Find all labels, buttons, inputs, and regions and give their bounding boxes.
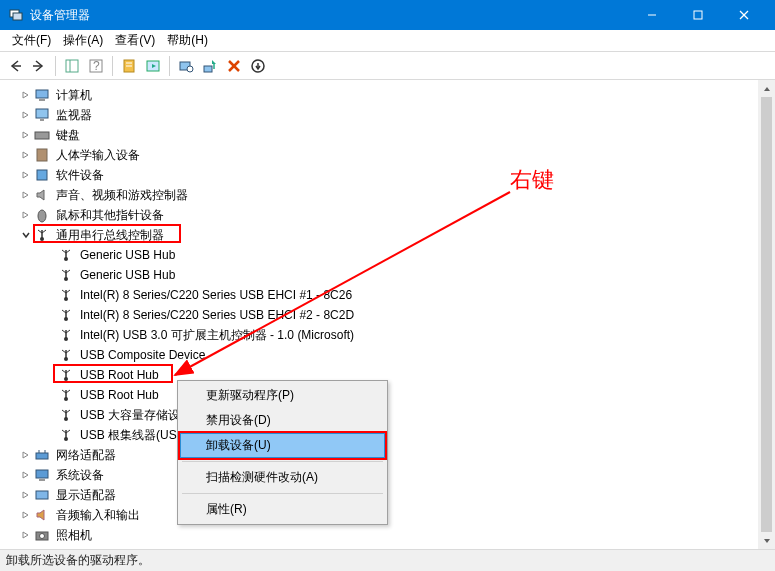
- tree-item-usb-child[interactable]: USB Composite Device: [4, 345, 775, 365]
- context-uninstall-device[interactable]: 卸载设备(U): [180, 433, 385, 458]
- tree-label: USB Composite Device: [80, 348, 205, 362]
- menu-action[interactable]: 操作(A): [57, 30, 109, 51]
- chevron-right-icon[interactable]: [20, 171, 32, 179]
- tree-label: 照相机: [56, 527, 92, 544]
- svg-rect-77: [39, 479, 45, 481]
- scroll-down-button[interactable]: [758, 532, 775, 549]
- context-properties[interactable]: 属性(R): [180, 497, 385, 522]
- tree-item-keyboard[interactable]: 键盘: [4, 125, 775, 145]
- maximize-button[interactable]: [675, 0, 721, 30]
- svg-point-15: [187, 66, 193, 72]
- menu-bar: 文件(F) 操作(A) 查看(V) 帮助(H): [0, 30, 775, 52]
- tree-item-monitors[interactable]: 监视器: [4, 105, 775, 125]
- tree-label: 鼠标和其他指针设备: [56, 207, 164, 224]
- tree-label: 计算机: [56, 87, 92, 104]
- tree-item-network[interactable]: 网络适配器: [4, 445, 775, 465]
- camera-icon: [34, 527, 50, 543]
- properties-button[interactable]: [118, 55, 140, 77]
- context-disable-device[interactable]: 禁用设备(D): [180, 408, 385, 433]
- chevron-right-icon[interactable]: [20, 191, 32, 199]
- tree-item-usb-child[interactable]: Generic USB Hub: [4, 245, 775, 265]
- scroll-thumb[interactable]: [761, 97, 772, 532]
- tree-item-computers[interactable]: 计算机: [4, 85, 775, 105]
- scroll-up-button[interactable]: [758, 80, 775, 97]
- menu-separator: [182, 461, 383, 462]
- tree-item-usb-controllers[interactable]: 通用串行总线控制器: [4, 225, 775, 245]
- tree-item-usb-child[interactable]: Intel(R) 8 Series/C220 Series USB EHCI #…: [4, 285, 775, 305]
- svg-rect-16: [204, 66, 212, 72]
- tree-item-usb-child[interactable]: USB Root Hub: [4, 385, 775, 405]
- update-driver-button[interactable]: [199, 55, 221, 77]
- chevron-right-icon[interactable]: [20, 511, 32, 519]
- vertical-scrollbar[interactable]: [758, 80, 775, 549]
- chevron-right-icon[interactable]: [20, 131, 32, 139]
- svg-text:?: ?: [93, 59, 100, 73]
- svg-rect-73: [36, 453, 48, 459]
- show-hide-tree-button[interactable]: [61, 55, 83, 77]
- separator: [169, 56, 170, 76]
- menu-view[interactable]: 查看(V): [109, 30, 161, 51]
- display-adapter-icon: [34, 487, 50, 503]
- action-button[interactable]: [142, 55, 164, 77]
- tree-item-software[interactable]: 软件设备: [4, 165, 775, 185]
- usb-icon: [58, 267, 74, 283]
- tree-label: 通用串行总线控制器: [56, 227, 164, 244]
- keyboard-icon: [34, 127, 50, 143]
- close-button[interactable]: [721, 0, 767, 30]
- chevron-down-icon[interactable]: [20, 231, 32, 239]
- usb-icon: [58, 307, 74, 323]
- title-bar: 设备管理器: [0, 0, 775, 30]
- svg-rect-21: [36, 90, 48, 98]
- usb-icon: [58, 407, 74, 423]
- disable-button[interactable]: [247, 55, 269, 77]
- menu-help[interactable]: 帮助(H): [161, 30, 214, 51]
- tree-item-usb-child[interactable]: Generic USB Hub: [4, 265, 775, 285]
- usb-icon: [58, 427, 74, 443]
- chevron-right-icon[interactable]: [20, 491, 32, 499]
- usb-icon: [58, 327, 74, 343]
- help-button[interactable]: ?: [85, 55, 107, 77]
- window-title: 设备管理器: [30, 7, 629, 24]
- svg-rect-27: [37, 170, 47, 180]
- usb-icon: [58, 247, 74, 263]
- tree-label: 监视器: [56, 107, 92, 124]
- tree-label: USB Root Hub: [80, 368, 159, 382]
- back-button[interactable]: [4, 55, 26, 77]
- svg-point-28: [38, 210, 46, 222]
- context-update-driver[interactable]: 更新驱动程序(P): [180, 383, 385, 408]
- tree-item-display[interactable]: 显示适配器: [4, 485, 775, 505]
- separator: [112, 56, 113, 76]
- tree-item-usb-child[interactable]: USB 大容量存储设备: [4, 405, 775, 425]
- tree-item-system[interactable]: 系统设备: [4, 465, 775, 485]
- context-menu: 更新驱动程序(P) 禁用设备(D) 卸载设备(U) 扫描检测硬件改动(A) 属性…: [177, 380, 388, 525]
- tree-item-audio-io[interactable]: 音频输入和输出: [4, 505, 775, 525]
- scan-hardware-button[interactable]: [175, 55, 197, 77]
- tree-item-sound[interactable]: 声音、视频和游戏控制器: [4, 185, 775, 205]
- minimize-button[interactable]: [629, 0, 675, 30]
- forward-button[interactable]: [28, 55, 50, 77]
- tree-item-usb-child[interactable]: Intel(R) 8 Series/C220 Series USB EHCI #…: [4, 305, 775, 325]
- chevron-right-icon[interactable]: [20, 151, 32, 159]
- uninstall-button[interactable]: [223, 55, 245, 77]
- menu-file[interactable]: 文件(F): [6, 30, 57, 51]
- annotation-label: 右键: [510, 165, 554, 195]
- chevron-right-icon[interactable]: [20, 91, 32, 99]
- tree-item-usb-child[interactable]: USB 根集线器(USB 3.0): [4, 425, 775, 445]
- tree-item-usb-root-hub-selected[interactable]: USB Root Hub: [4, 365, 775, 385]
- chevron-right-icon[interactable]: [20, 111, 32, 119]
- tree-item-mouse[interactable]: 鼠标和其他指针设备: [4, 205, 775, 225]
- tree-item-camera[interactable]: 照相机: [4, 525, 775, 545]
- context-scan-hardware[interactable]: 扫描检测硬件改动(A): [180, 465, 385, 490]
- chevron-right-icon[interactable]: [20, 531, 32, 539]
- tree-label: 音频输入和输出: [56, 507, 140, 524]
- tree-item-hid[interactable]: 人体学输入设备: [4, 145, 775, 165]
- chevron-right-icon[interactable]: [20, 211, 32, 219]
- tree-item-usb-child[interactable]: Intel(R) USB 3.0 可扩展主机控制器 - 1.0 (Microso…: [4, 325, 775, 345]
- tree-label: 显示适配器: [56, 487, 116, 504]
- chevron-right-icon[interactable]: [20, 471, 32, 479]
- tree-label: 软件设备: [56, 167, 104, 184]
- svg-rect-3: [694, 11, 702, 19]
- tree-label: Generic USB Hub: [80, 248, 175, 262]
- tree-label: 人体学输入设备: [56, 147, 140, 164]
- chevron-right-icon[interactable]: [20, 451, 32, 459]
